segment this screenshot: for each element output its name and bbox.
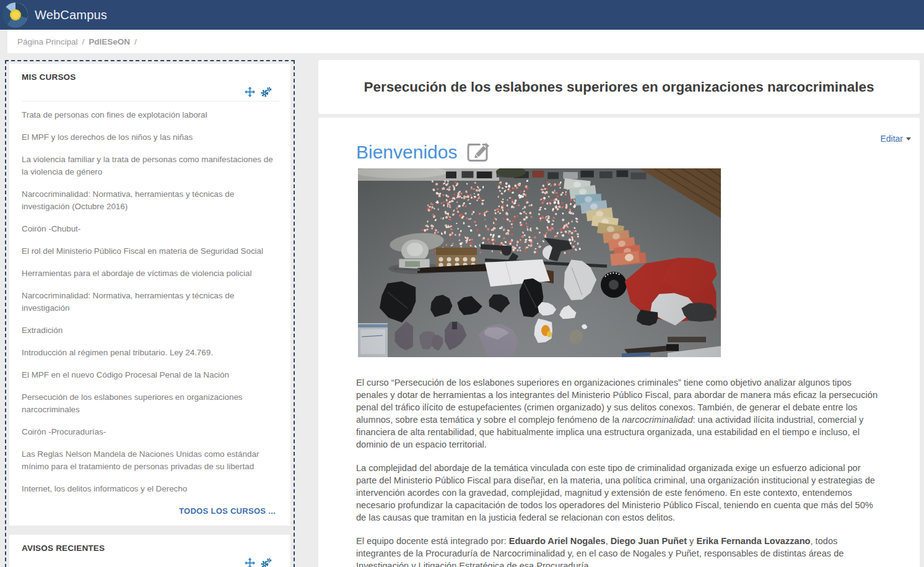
course-link[interactable]: Introducción al régimen penal tributario… (22, 347, 279, 359)
seizure-photo (358, 168, 721, 357)
course-link[interactable]: Extradición (22, 324, 279, 337)
course-link[interactable]: El MPF y los derechos de los niños y las… (22, 131, 279, 144)
course-link[interactable]: Las Reglas Nelson Mandela de Naciones Un… (22, 448, 279, 473)
course-list: Trata de personas con fines de explotaci… (22, 104, 279, 500)
course-link[interactable]: Internet, los delitos informaticos y el … (22, 483, 279, 495)
webcampus-logo-icon[interactable] (2, 2, 28, 28)
course-list-item: Coirón -Procuradurías- (22, 421, 279, 443)
edit-pencil-square-icon[interactable] (464, 139, 490, 162)
course-link[interactable]: Narcocriminalidad: Normativa, herramient… (22, 290, 279, 314)
move-icon[interactable] (245, 87, 255, 97)
course-link[interactable]: Persecución de los eslabones superiores … (22, 391, 279, 416)
page-title: Persecución de los eslabones superiores … (364, 79, 874, 95)
course-list-item: Herramientas para el abordaje de víctima… (22, 262, 279, 285)
app-title[interactable]: WebCampus (35, 8, 107, 22)
course-link[interactable]: Narcocriminalidad: Normativa, herramient… (22, 188, 279, 213)
move-icon[interactable] (245, 558, 255, 567)
course-title-card: Persecución de los eslabones superiores … (318, 60, 920, 114)
top-header: WebCampus (0, 0, 924, 30)
description-paragraph: El equipo docente está integrado por: Ed… (356, 535, 881, 567)
breadcrumb-current-link[interactable]: PdlESeON (89, 37, 130, 46)
course-list-item: Narcocriminalidad: Normativa, herramient… (22, 285, 279, 319)
course-list-item: Persecución de los eslabones superiores … (22, 386, 279, 421)
course-link[interactable]: Trata de personas con fines de explotaci… (22, 109, 279, 121)
my-courses-header: MIS CURSOS (22, 72, 279, 102)
course-list-item: El rol del Ministerio Público Fiscal en … (22, 240, 279, 262)
course-list-item: El MPF y los derechos de los niños y las… (22, 126, 279, 149)
all-courses-link[interactable]: TODOS LOS CURSOS ... (22, 506, 279, 516)
course-link[interactable]: El rol del Ministerio Público Fiscal en … (22, 245, 279, 258)
course-link[interactable]: El MPF en el nuevo Código Procesal Penal… (22, 369, 279, 381)
chevron-down-icon (906, 137, 911, 141)
breadcrumb-home-link[interactable]: Página Principal (17, 37, 78, 46)
recent-notices-block: AVISOS RECIENTES (9, 535, 290, 567)
course-list-item: Narcocriminalidad: Normativa, herramient… (22, 183, 279, 218)
breadcrumb: Página Principal / PdlESeON / (7, 30, 924, 53)
course-list-item: Extradición (22, 319, 279, 342)
course-list-item: La violencia familiar y la trata de pers… (22, 149, 279, 183)
gears-icon[interactable] (261, 558, 272, 567)
course-content-card: Editar Bienvenidos El curso “Persecución… (318, 118, 920, 567)
course-list-item: Introducción al régimen penal tributario… (22, 342, 279, 364)
breadcrumb-separator: / (82, 37, 85, 46)
course-list-item: Internet, los delitos informaticos y el … (22, 478, 279, 500)
course-list-item: Trata de personas con fines de explotaci… (22, 104, 279, 126)
course-link[interactable]: La violencia familiar y la trata de pers… (22, 154, 279, 178)
description-paragraph: El curso “Persecución de los eslabones s… (356, 376, 881, 451)
gears-icon[interactable] (261, 87, 272, 97)
course-link[interactable]: Coirón -Procuradurías- (22, 426, 279, 438)
editar-dropdown[interactable]: Editar (880, 134, 911, 144)
my-courses-block: MIS CURSOS Trata de personas con fin (9, 64, 290, 526)
course-list-item: Coirón -Chubut- (22, 218, 279, 240)
welcome-heading: Bienvenidos (356, 142, 457, 163)
my-courses-title: MIS CURSOS (22, 72, 279, 82)
course-description: El curso “Persecución de los eslabones s… (356, 376, 881, 567)
course-link[interactable]: Herramientas para el abordaje de víctima… (22, 267, 279, 280)
sidebar-blocks-region: MIS CURSOS Trata de personas con fin (5, 60, 295, 567)
course-list-item: Las Reglas Nelson Mandela de Naciones Un… (22, 443, 279, 478)
blocks-gap (9, 526, 290, 535)
breadcrumb-separator: / (134, 37, 137, 46)
recent-notices-title: AVISOS RECIENTES (22, 543, 279, 553)
course-link[interactable]: Coirón -Chubut- (22, 223, 279, 235)
course-list-item: El MPF en el nuevo Código Procesal Penal… (22, 364, 279, 386)
description-paragraph: La complejidad del abordaje de la temáti… (356, 462, 881, 524)
